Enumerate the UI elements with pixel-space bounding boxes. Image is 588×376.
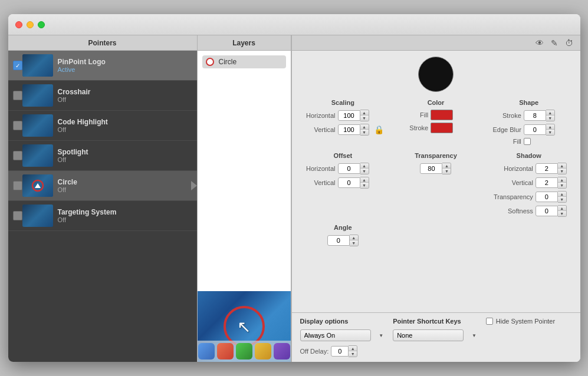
shadow-h-input[interactable] bbox=[536, 163, 558, 174]
offset-v-up[interactable]: ▲ bbox=[360, 177, 369, 183]
pointer-shortcut-label: Pointer Shortcut Keys bbox=[393, 318, 479, 325]
offset-v-down[interactable]: ▼ bbox=[360, 183, 369, 188]
pointer-info: Targeting System Off bbox=[58, 208, 192, 223]
scaling-v-label: Vertical bbox=[300, 126, 336, 133]
offset-h-input[interactable] bbox=[338, 163, 360, 174]
fill-checkbox[interactable] bbox=[524, 138, 531, 145]
pointer-info: Spotlight Off bbox=[58, 148, 192, 163]
pointers-header: Pointers bbox=[8, 35, 197, 51]
color-section: Color Fill Stroke bbox=[393, 99, 479, 147]
scaling-h-down[interactable]: ▼ bbox=[360, 116, 369, 121]
pointer-checkbox[interactable] bbox=[13, 211, 22, 220]
pencil-icon[interactable]: ✎ bbox=[550, 37, 559, 49]
transparency-input[interactable] bbox=[420, 163, 442, 174]
transparency-up[interactable]: ▲ bbox=[442, 163, 451, 169]
list-item[interactable]: Crosshair Off bbox=[8, 81, 197, 111]
shadow-t-label: Transparency bbox=[486, 193, 533, 200]
shadow-v-down[interactable]: ▼ bbox=[558, 183, 566, 188]
edge-blur-row: Edge Blur ▲ ▼ bbox=[486, 124, 572, 136]
shadow-s-input[interactable] bbox=[536, 206, 558, 216]
color-title: Color bbox=[393, 99, 479, 106]
shadow-s-spinner: ▲ ▼ bbox=[536, 205, 567, 217]
scaling-v-up[interactable]: ▲ bbox=[360, 124, 369, 130]
pointer-status: Off bbox=[58, 216, 192, 223]
maximize-button[interactable] bbox=[38, 21, 45, 28]
edge-blur-up[interactable]: ▲ bbox=[546, 124, 554, 130]
stroke-up[interactable]: ▲ bbox=[546, 110, 554, 116]
shadow-title: Shadow bbox=[486, 152, 572, 159]
offset-h-up[interactable]: ▲ bbox=[360, 163, 369, 169]
layer-radio[interactable] bbox=[206, 58, 214, 66]
selection-arrow bbox=[191, 181, 197, 190]
angle-input[interactable] bbox=[327, 235, 350, 246]
off-delay-down[interactable]: ▼ bbox=[349, 351, 357, 357]
pointer-status: Active bbox=[58, 66, 192, 73]
offset-v-input[interactable] bbox=[338, 177, 360, 188]
stroke-label: Stroke bbox=[393, 124, 428, 131]
scaling-v-down[interactable]: ▼ bbox=[360, 130, 369, 135]
eye-icon[interactable]: 👁 bbox=[534, 37, 545, 49]
layer-item[interactable]: Circle bbox=[202, 55, 286, 68]
pointer-checkbox[interactable] bbox=[13, 151, 22, 160]
shadow-v-label: Vertical bbox=[486, 179, 533, 186]
pointer-thumbnail bbox=[22, 144, 53, 167]
shortcut-select[interactable]: None bbox=[393, 329, 464, 341]
shadow-v-up[interactable]: ▲ bbox=[558, 177, 566, 183]
pointer-thumbnail bbox=[22, 205, 53, 227]
stroke-down[interactable]: ▼ bbox=[546, 116, 554, 121]
shadow-h-down[interactable]: ▼ bbox=[558, 169, 566, 174]
pointer-name: Spotlight bbox=[58, 148, 192, 156]
fill-color-swatch[interactable] bbox=[431, 110, 453, 120]
angle-up[interactable]: ▲ bbox=[350, 235, 358, 240]
stroke-color-swatch[interactable] bbox=[431, 123, 453, 133]
edge-blur-spinner: ▲ ▼ bbox=[524, 124, 555, 136]
list-item[interactable]: Code Highlight Off bbox=[8, 111, 197, 141]
close-button[interactable] bbox=[15, 21, 22, 28]
shadow-t-up[interactable]: ▲ bbox=[558, 192, 566, 197]
offset-h-down[interactable]: ▼ bbox=[360, 169, 369, 174]
preview-area: Circle bbox=[198, 51, 291, 291]
transparency-down[interactable]: ▼ bbox=[442, 169, 451, 174]
list-item[interactable]: ✓ PinPoint Logo Active bbox=[8, 51, 197, 81]
hide-system-label: Hide System Pointer bbox=[496, 318, 555, 325]
pointer-name: Circle bbox=[58, 178, 192, 186]
shadow-s-down[interactable]: ▼ bbox=[558, 211, 566, 216]
off-delay-input[interactable] bbox=[331, 346, 349, 357]
pointer-checkbox[interactable]: ✓ bbox=[13, 61, 22, 70]
list-item[interactable]: Circle Off bbox=[8, 171, 197, 201]
shadow-s-row: Softness ▲ ▼ bbox=[486, 205, 572, 217]
minimize-button[interactable] bbox=[27, 21, 34, 28]
pointer-checkbox[interactable] bbox=[13, 181, 22, 190]
list-item[interactable]: Spotlight Off bbox=[8, 141, 197, 171]
scaling-h-input[interactable] bbox=[338, 110, 360, 121]
offset-v-label: Vertical bbox=[300, 179, 336, 186]
fill-label: Fill bbox=[393, 111, 428, 118]
color-preview-container bbox=[300, 57, 572, 92]
scaling-h-up[interactable]: ▲ bbox=[360, 110, 369, 116]
edge-blur-input[interactable] bbox=[524, 124, 546, 135]
shadow-h-up[interactable]: ▲ bbox=[558, 163, 566, 169]
shadow-v-row: Vertical ▲ ▼ bbox=[486, 177, 572, 189]
shadow-t-down[interactable]: ▼ bbox=[558, 197, 566, 202]
lock-icon[interactable]: 🔒 bbox=[374, 125, 384, 134]
list-item[interactable]: Targeting System Off bbox=[8, 201, 197, 231]
shadow-v-spinner: ▲ ▼ bbox=[536, 177, 567, 189]
always-on-select[interactable]: Always On bbox=[300, 329, 371, 341]
shadow-v-input[interactable] bbox=[536, 177, 558, 188]
dock-icon bbox=[255, 343, 271, 359]
angle-down[interactable]: ▼ bbox=[350, 240, 358, 246]
off-delay-up[interactable]: ▲ bbox=[349, 346, 357, 351]
pointers-panel: Pointers ✓ PinPoint Logo Active bbox=[8, 35, 197, 362]
pointer-checkbox[interactable] bbox=[13, 121, 22, 130]
edge-blur-down[interactable]: ▼ bbox=[546, 130, 554, 135]
offset-h-spinner: ▲ ▼ bbox=[338, 163, 369, 174]
hide-system-checkbox[interactable] bbox=[486, 318, 493, 325]
scaling-v-input[interactable] bbox=[338, 124, 360, 135]
shadow-section: Shadow Horizontal ▲ ▼ bbox=[486, 152, 572, 219]
shadow-t-input[interactable] bbox=[536, 192, 558, 202]
pointer-checkbox[interactable] bbox=[13, 91, 22, 100]
stroke-input[interactable] bbox=[524, 110, 546, 121]
timer-icon[interactable]: ⏱ bbox=[564, 37, 574, 49]
svg-marker-1 bbox=[35, 183, 41, 188]
shadow-s-up[interactable]: ▲ bbox=[558, 206, 566, 211]
